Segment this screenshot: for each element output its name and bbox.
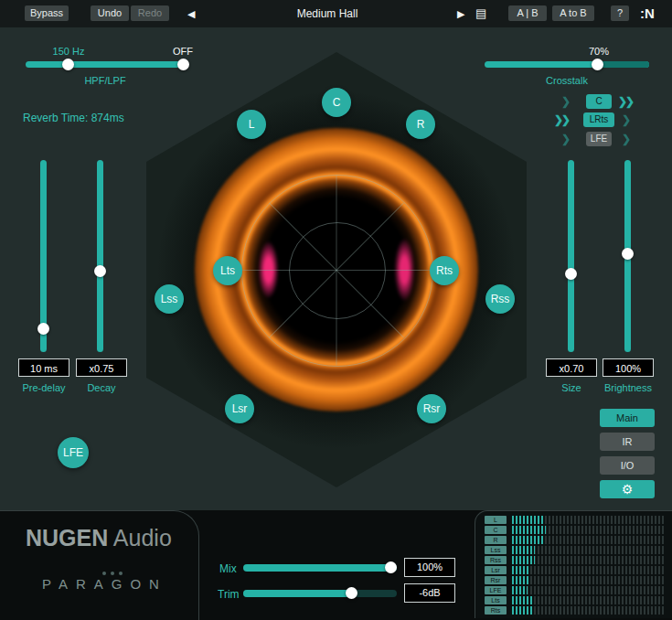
hexagon-visualizer (146, 52, 527, 487)
crosstalk-label: Crosstalk (526, 75, 608, 86)
crosstalk-slider-handle[interactable] (592, 59, 603, 70)
help-button[interactable]: ? (611, 5, 629, 21)
brightness-value-box[interactable]: 100% (603, 358, 654, 377)
size-fader-track[interactable] (568, 160, 574, 352)
mix-value-box[interactable]: 100% (404, 558, 455, 577)
nugen-logo: :N (640, 5, 655, 21)
top-toolbar: Bypass Undo Redo ◀ Medium Hall ▶ ▤ A | B… (0, 0, 672, 27)
meter-row: Rss (485, 556, 666, 564)
undo-button[interactable]: Undo (91, 5, 129, 21)
meter-row: LFE (485, 586, 666, 594)
paragon-plugin-window: Bypass Undo Redo ◀ Medium Hall ▶ ▤ A | B… (0, 0, 672, 620)
speaker-node-l[interactable]: L (237, 110, 266, 139)
meter-row: R (485, 536, 666, 544)
product-name: PARAGON (42, 576, 167, 592)
bottom-panel: NUGEN Audio PARAGON Mix 100% Trim -6dB L… (0, 510, 672, 620)
hpf-lpf-slider-track[interactable] (26, 61, 187, 68)
routing-lfe-right-chevron-icon[interactable]: ❯ (622, 133, 629, 145)
meter-bar (512, 516, 666, 524)
trim-slider-handle[interactable] (346, 587, 357, 599)
meter-row: L (485, 516, 666, 524)
tab-ir[interactable]: IR (600, 433, 655, 451)
a-to-b-button[interactable]: A to B (552, 5, 594, 21)
crosstalk-track-remainder (599, 61, 649, 68)
meter-row: Rts (485, 606, 666, 615)
meter-label: Lsr (485, 566, 507, 574)
speaker-node-rsr[interactable]: Rsr (417, 394, 446, 423)
meter-label: R (485, 536, 507, 544)
redo-button[interactable]: Redo (131, 5, 169, 21)
trim-value-box[interactable]: -6dB (404, 583, 455, 603)
meter-bar (512, 576, 666, 584)
predelay-fader-handle[interactable] (37, 323, 49, 335)
mix-slider-track[interactable] (243, 564, 397, 572)
decay-label: Decay (80, 382, 123, 393)
meter-label: C (485, 526, 507, 534)
speaker-node-rss[interactable]: Rss (485, 284, 515, 314)
brightness-fader-handle[interactable] (622, 248, 634, 260)
meter-bar (512, 566, 666, 574)
predelay-label: Pre-delay (15, 382, 73, 393)
meter-row: Rsr (485, 576, 666, 584)
trim-label: Trim (218, 588, 240, 601)
tab-main[interactable]: Main (600, 409, 655, 427)
speaker-node-r[interactable]: R (406, 110, 435, 139)
decay-fader-handle[interactable] (94, 265, 106, 277)
meter-label: Lss (485, 546, 507, 554)
meter-bar (512, 586, 666, 594)
size-fader-handle[interactable] (565, 268, 577, 280)
main-panel: C L R Lts Rts Lss Rss Lsr Rsr LFE 150 Hz… (0, 27, 672, 510)
brand-logo: NUGEN Audio (26, 525, 172, 551)
brand-name-bold: NUGEN (26, 525, 108, 551)
routing-lfe-left-chevron-icon[interactable]: ❯ (561, 133, 569, 145)
settings-gear-button[interactable]: ⚙ (600, 480, 655, 498)
meter-bar (512, 546, 666, 554)
meter-row: Lsr (485, 566, 666, 574)
channel-meter-panel: L C R Lss Rss Lsr Rsr LFE Lts Rts (475, 510, 672, 618)
meter-label: Rts (485, 606, 507, 615)
routing-lrts-button[interactable]: LRts (583, 112, 614, 127)
routing-lrts-right-chevron-icon[interactable]: ❯ (622, 113, 629, 126)
meter-label: LFE (485, 586, 507, 594)
size-value-box[interactable]: x0.70 (546, 358, 597, 377)
meter-label: Lts (485, 596, 507, 604)
routing-c-left-chevron-icon[interactable]: ❯ (561, 95, 569, 108)
mix-slider-handle[interactable] (385, 561, 397, 573)
gear-icon: ⚙ (622, 482, 634, 497)
reverb-time-readout: Reverb Time: 874ms (23, 112, 169, 124)
meter-bar (512, 606, 666, 615)
decay-fader-track[interactable] (97, 160, 103, 352)
routing-lfe-button[interactable]: LFE (586, 132, 612, 146)
ab-compare-button[interactable]: A | B (508, 5, 547, 21)
meter-label: L (485, 516, 507, 524)
predelay-value-box[interactable]: 10 ms (18, 358, 69, 377)
decay-value-box[interactable]: x0.75 (76, 358, 127, 377)
routing-lrts-left-chevron-icon[interactable]: ❯❯ (554, 113, 569, 126)
speaker-node-c[interactable]: C (322, 88, 351, 117)
bypass-button[interactable]: Bypass (25, 5, 69, 21)
hpf-slider-handle[interactable] (62, 59, 74, 70)
meter-row: Lss (485, 546, 666, 554)
routing-c-right-chevron-icon[interactable]: ❯❯ (618, 95, 633, 108)
meter-row: C (485, 526, 666, 534)
hpf-value-label: 150 Hz (46, 46, 91, 57)
lpf-slider-handle[interactable] (177, 59, 189, 70)
brightness-label: Brightness (596, 382, 660, 393)
speaker-node-lfe[interactable]: LFE (58, 437, 89, 468)
meter-bar (512, 596, 666, 604)
preset-prev-icon[interactable]: ◀ (187, 8, 195, 20)
preset-name[interactable]: Medium Hall (236, 7, 419, 20)
tab-io[interactable]: I/O (600, 456, 655, 475)
speaker-node-rts[interactable]: Rts (430, 256, 459, 285)
meter-bar (512, 556, 666, 564)
speaker-node-lss[interactable]: Lss (155, 284, 184, 314)
preset-next-icon[interactable]: ▶ (457, 8, 464, 20)
speaker-node-lts[interactable]: Lts (213, 256, 242, 285)
meter-label: Rsr (485, 576, 507, 584)
speaker-node-lsr[interactable]: Lsr (225, 394, 254, 423)
brand-name-light: Audio (108, 525, 172, 551)
routing-c-button[interactable]: C (586, 94, 612, 109)
hpf-lpf-label: HPF/LPF (64, 75, 146, 86)
lpf-value-label: OFF (163, 46, 203, 57)
preset-list-icon[interactable]: ▤ (475, 6, 486, 20)
